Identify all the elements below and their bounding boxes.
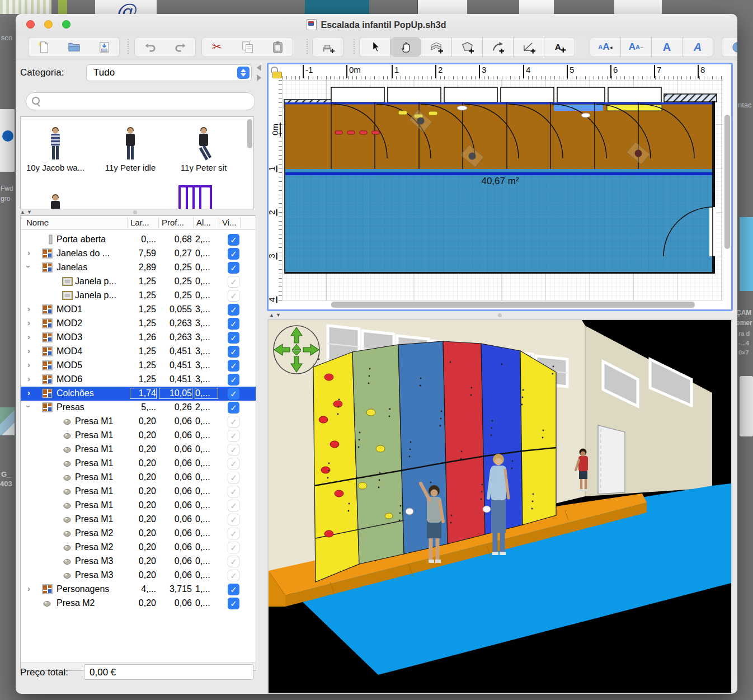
table-row-presa-m1[interactable]: Presa M10,200,060,...✓ <box>21 443 256 457</box>
category-dropdown[interactable]: Tudo <box>86 64 252 81</box>
paste-button[interactable] <box>262 37 293 57</box>
column-header-lar[interactable]: Lar... <box>130 218 149 227</box>
partial-toolbar-button[interactable] <box>722 37 737 57</box>
visibility-checkbox[interactable]: ✓ <box>228 360 239 372</box>
search-input[interactable] <box>26 92 255 110</box>
table-row-mod3[interactable]: ›MOD31,260,2633,...✓ <box>21 331 256 345</box>
unlocked-padlock-icon[interactable] <box>271 67 283 78</box>
plan-horizontal-scrollbar[interactable] <box>331 302 695 308</box>
disclosure-down-icon[interactable]: › <box>24 265 34 268</box>
catalog-scrollbar[interactable] <box>247 119 252 148</box>
disclosure-right-icon[interactable]: › <box>27 346 30 355</box>
table-row-presa-m2[interactable]: Presa M20,200,060,...✓ <box>21 527 256 541</box>
undo-button[interactable] <box>135 37 165 57</box>
increase-text-size-button[interactable]: AA◂ <box>590 37 620 57</box>
visibility-checkbox[interactable]: ✓ <box>228 374 239 386</box>
visibility-checkbox[interactable]: ✓ <box>228 500 239 511</box>
save-file-button[interactable] <box>89 37 119 57</box>
table-row-mod2[interactable]: ›MOD21,250,2633,...✓ <box>21 317 256 331</box>
visibility-checkbox[interactable]: ✓ <box>228 528 239 539</box>
climbing-modules-plan[interactable] <box>284 102 714 169</box>
table-row-personagens[interactable]: ›Personagens4,...3,7151,...✓ <box>21 582 256 596</box>
plan-3d-splitter[interactable]: ▲▼ <box>269 312 283 318</box>
add-furniture-button[interactable] <box>313 37 343 57</box>
table-row-presa-m3[interactable]: Presa M30,200,060,...✓ <box>21 555 256 569</box>
collapse-right-arrow[interactable] <box>257 74 261 81</box>
disclosure-right-icon[interactable]: › <box>27 584 30 593</box>
visibility-checkbox[interactable]: ✓ <box>228 472 239 483</box>
visibility-checkbox[interactable]: ✓ <box>228 514 239 525</box>
visibility-checkbox[interactable]: ✓ <box>228 458 239 469</box>
table-row-presa-m1[interactable]: Presa M10,200,060,...✓ <box>21 429 256 443</box>
column-header-vi[interactable]: Vi... <box>222 218 237 227</box>
visibility-checkbox[interactable]: ✓ <box>228 416 239 427</box>
furniture-list[interactable]: NomeLar...Prof...Al...Vi... Porta aberta… <box>20 215 256 671</box>
bold-button[interactable]: A <box>652 37 682 57</box>
splitter-handle[interactable] <box>133 210 137 214</box>
table-row-colchões[interactable]: ›Colchões1,7410,050,...✓ <box>21 387 256 401</box>
disclosure-right-icon[interactable]: › <box>27 374 30 383</box>
plan-view[interactable]: -10m12345678 0m1234 <box>267 63 733 311</box>
column-header-prof[interactable]: Prof... <box>162 218 184 227</box>
plan-canvas[interactable]: 40,67 m² <box>282 79 723 300</box>
disclosure-right-icon[interactable]: › <box>27 332 30 341</box>
select-tool-button[interactable] <box>360 37 390 57</box>
visibility-checkbox[interactable]: ✓ <box>228 318 239 330</box>
visibility-checkbox[interactable]: ✓ <box>228 332 239 344</box>
table-row-presa-m3[interactable]: Presa M30,200,060,...✓ <box>21 569 256 582</box>
column-header-al[interactable]: Al... <box>196 218 211 227</box>
table-row-presa-m2[interactable]: Presa M20,200,060,...✓ <box>21 541 256 555</box>
visibility-checkbox[interactable]: ✓ <box>228 276 239 288</box>
disclosure-right-icon[interactable]: › <box>27 388 30 397</box>
table-row-presa-m2[interactable]: Presa M20,200,060,...✓ <box>21 596 256 610</box>
visibility-checkbox[interactable]: ✓ <box>228 290 239 302</box>
redo-button[interactable] <box>165 37 195 57</box>
visibility-checkbox[interactable]: ✓ <box>228 542 239 553</box>
table-row-presa-m1[interactable]: Presa M10,200,060,...✓ <box>21 457 256 471</box>
table-row-mod6[interactable]: ›MOD61,250,4513,...✓ <box>21 373 256 387</box>
new-file-button[interactable] <box>29 37 59 57</box>
visibility-checkbox[interactable]: ✓ <box>228 388 239 400</box>
furniture-list-header[interactable]: NomeLar...Prof...Al...Vi... <box>21 216 256 230</box>
disclosure-right-icon[interactable]: › <box>27 360 30 369</box>
title-bar[interactable]: Escalada infantil PopUp.sh3d <box>16 14 737 35</box>
visibility-checkbox[interactable]: ✓ <box>228 402 239 414</box>
table-row-janelas-do-[interactable]: ›Janelas do ...7,590,270,...✓ <box>21 247 256 261</box>
catalog-item[interactable]: 10y Jacob wa... <box>22 128 89 172</box>
create-rooms-button[interactable] <box>452 37 482 57</box>
add-text-button[interactable]: A <box>544 37 575 57</box>
disclosure-down-icon[interactable]: › <box>24 405 34 408</box>
column-header-nome[interactable]: Nome <box>26 218 49 227</box>
open-file-button[interactable] <box>59 37 89 57</box>
visibility-checkbox[interactable]: ✓ <box>228 556 239 567</box>
create-dimensions-button[interactable] <box>514 37 544 57</box>
wall-hatched-right[interactable] <box>664 94 717 102</box>
table-row-mod5[interactable]: ›MOD51,250,4513,...✓ <box>21 359 256 373</box>
visibility-checkbox[interactable]: ✓ <box>228 430 239 441</box>
furniture-catalog[interactable]: 10y Jacob wa...11y Peter idle11y Peter s… <box>20 116 254 209</box>
table-row-porta-aberta[interactable]: Porta aberta0,...0,682,...✓ <box>21 233 256 247</box>
table-row-janela-p-[interactable]: Janela p...1,250,250,...✓ <box>21 289 256 303</box>
disclosure-right-icon[interactable]: › <box>27 304 30 313</box>
visibility-checkbox[interactable]: ✓ <box>228 304 239 316</box>
create-walls-button[interactable] <box>421 37 451 57</box>
visibility-checkbox[interactable]: ✓ <box>228 262 239 274</box>
table-row-janela-p-[interactable]: Janela p...1,250,250,...✓ <box>21 275 256 289</box>
plan-vertical-scrollbar[interactable] <box>724 115 730 249</box>
visibility-checkbox[interactable]: ✓ <box>228 584 239 595</box>
navigation-compass[interactable] <box>274 326 319 374</box>
collapse-left-arrow[interactable] <box>257 64 261 71</box>
plan-3d-splitter-handle[interactable] <box>498 313 502 317</box>
view-3d[interactable] <box>267 319 732 694</box>
visibility-checkbox[interactable]: ✓ <box>228 346 239 358</box>
catalog-item[interactable]: 11y Peter idle <box>97 128 164 172</box>
table-row-presa-m1[interactable]: Presa M10,200,060,...✓ <box>21 513 256 527</box>
catalog-item[interactable]: 11y Peter sit <box>170 128 237 172</box>
visibility-checkbox[interactable]: ✓ <box>228 486 239 497</box>
table-row-presa-m1[interactable]: Presa M10,200,060,...✓ <box>21 499 256 513</box>
pan-tool-button[interactable] <box>390 37 421 57</box>
visibility-checkbox[interactable]: ✓ <box>228 598 239 609</box>
table-row-janelas[interactable]: ›Janelas2,890,250,...✓ <box>21 261 256 275</box>
cut-button[interactable]: ✂ <box>202 37 232 57</box>
catalog-list-splitter[interactable]: ▲▼ <box>20 209 34 215</box>
